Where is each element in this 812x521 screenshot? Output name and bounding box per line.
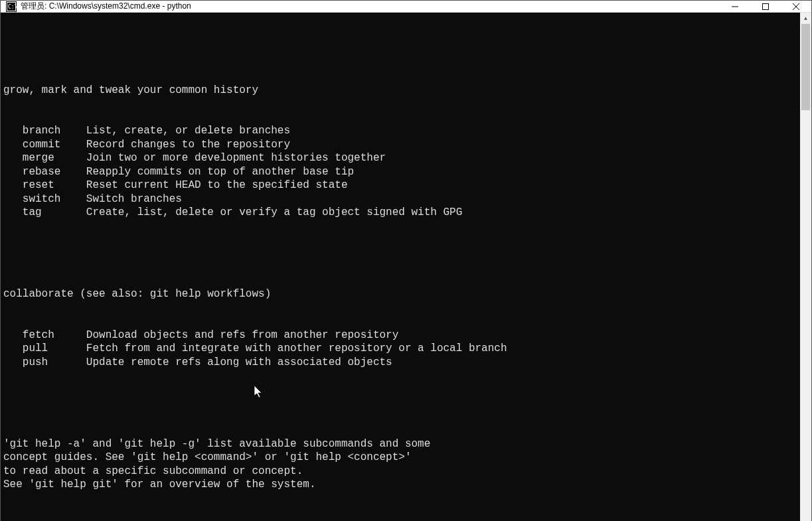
help-text-line: 'git help -a' and 'git help -g' list ava… [3, 437, 800, 451]
svg-text:C:\: C:\ [8, 4, 17, 10]
titlebar[interactable]: C:\ 管理员: C:\Windows\system32\cmd.exe - p… [1, 1, 811, 13]
section-header: grow, mark and tweak your common history [3, 84, 800, 98]
scrollbar-thumb[interactable] [801, 24, 810, 110]
git-command-row: merge Join two or more development histo… [3, 151, 800, 165]
maximize-button[interactable] [750, 1, 781, 12]
git-command-row: switch Switch branches [3, 192, 800, 206]
window-controls [720, 1, 811, 12]
git-command-row: reset Reset current HEAD to the specifie… [3, 179, 800, 192]
window-title: 管理员: C:\Windows\system32\cmd.exe - pytho… [21, 1, 191, 12]
help-text-line: to read about a specific subcommand or c… [3, 465, 800, 479]
git-command-row: tag Create, list, delete or verify a tag… [3, 206, 800, 220]
git-command-row: pull Fetch from and integrate with anoth… [3, 342, 800, 356]
git-command-row: fetch Download objects and refs from ano… [3, 329, 800, 342]
close-button[interactable] [781, 1, 811, 12]
section-header: collaborate (see also: git help workflow… [3, 287, 800, 301]
git-command-row: commit Record changes to the repository [3, 138, 800, 152]
vertical-scrollbar[interactable]: ▲ ▼ [800, 13, 811, 521]
scroll-up-button[interactable]: ▲ [800, 13, 811, 24]
help-text-line: See 'git help git' for an overview of th… [3, 478, 800, 492]
git-command-row: rebase Reapply commits on top of another… [3, 165, 800, 179]
minimize-button[interactable] [720, 1, 750, 12]
svg-rect-5 [763, 3, 769, 9]
git-command-row: branch List, create, or delete branches [3, 124, 800, 138]
cmd-icon: C:\ [6, 1, 17, 12]
terminal-output[interactable]: grow, mark and tweak your common history… [1, 13, 800, 521]
cmd-window: C:\ 管理员: C:\Windows\system32\cmd.exe - p… [0, 0, 812, 521]
help-text-line: concept guides. See 'git help <command>'… [3, 451, 800, 465]
git-command-row: push Update remote refs along with assoc… [3, 356, 800, 370]
